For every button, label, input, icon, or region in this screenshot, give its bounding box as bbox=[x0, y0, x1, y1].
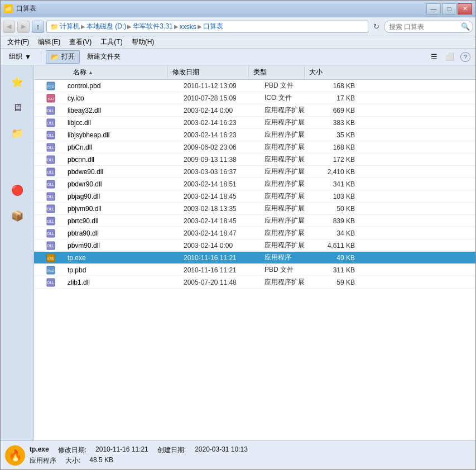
back-button[interactable]: ◀ bbox=[3, 21, 15, 33]
file-row[interactable]: DLL pbjvm90.dll 2003-02-18 13:35 应用程序扩展 … bbox=[34, 203, 475, 215]
sidebar-desktop[interactable]: 🖥 bbox=[6, 97, 28, 119]
breadcrumb-sep2: ▶ bbox=[127, 23, 132, 30]
svg-text:DLL: DLL bbox=[47, 170, 55, 174]
file-name: pbdwr90.dll bbox=[68, 180, 179, 188]
file-icon: DLL bbox=[46, 131, 55, 140]
col-header-type[interactable]: 类型 bbox=[249, 65, 305, 79]
col-header-name[interactable]: 名称 ▲ bbox=[34, 65, 168, 79]
organize-button[interactable]: 组织 ▼ bbox=[4, 50, 36, 64]
svg-text:DLL: DLL bbox=[47, 133, 55, 137]
statusbar-create-value: 2020-03-31 10:13 bbox=[195, 445, 248, 455]
breadcrumb-computer[interactable]: 计算机 bbox=[60, 22, 80, 31]
file-icon: DLL bbox=[46, 143, 55, 152]
file-name: tp.exe bbox=[68, 254, 179, 262]
file-type: PBD 文件 bbox=[260, 265, 316, 275]
forward-button[interactable]: ▶ bbox=[17, 21, 30, 33]
file-name: libjcc.dll bbox=[68, 119, 179, 127]
file-row[interactable]: DLL pbtra90.dll 2003-02-14 18:47 应用程序扩展 … bbox=[34, 227, 475, 239]
menu-edit[interactable]: 编辑(E) bbox=[33, 37, 65, 48]
file-date: 2003-02-14 0:00 bbox=[179, 107, 260, 114]
help-button[interactable]: ? bbox=[459, 50, 472, 64]
view-layout-button[interactable]: ☰ bbox=[427, 50, 441, 64]
titlebar-controls: — □ ✕ bbox=[426, 3, 472, 15]
restore-button[interactable]: □ bbox=[442, 3, 456, 15]
file-type: 应用程序扩展 bbox=[260, 216, 316, 226]
sidebar-favorites[interactable]: ⭐ bbox=[6, 71, 28, 93]
file-size: 17 KB bbox=[316, 94, 360, 102]
close-button[interactable]: ✕ bbox=[458, 3, 472, 15]
new-folder-button[interactable]: 新建文件夹 bbox=[82, 50, 126, 64]
search-input[interactable] bbox=[384, 21, 473, 33]
preview-pane-button[interactable]: ⬜ bbox=[443, 50, 456, 64]
col-header-size[interactable]: 大小 bbox=[305, 65, 349, 79]
sidebar-item-4[interactable]: 🔴 bbox=[6, 179, 28, 202]
folder-icon: 📁 bbox=[11, 127, 23, 140]
file-icon-cell: DLL bbox=[34, 229, 68, 238]
file-row[interactable]: ICO cy.ico 2010-07-28 15:09 ICO 文件 17 KB bbox=[34, 92, 475, 104]
open-label: 打开 bbox=[61, 52, 75, 61]
file-icon: DLL bbox=[46, 241, 55, 250]
file-row[interactable]: PBD control.pbd 2010-11-12 13:09 PBD 文件 … bbox=[34, 80, 475, 92]
file-icon-cell: DLL bbox=[34, 118, 68, 127]
file-date: 2010-11-16 11:21 bbox=[179, 266, 260, 274]
file-date: 2003-02-14 18:47 bbox=[179, 229, 260, 237]
organize-label: 组织 bbox=[9, 52, 22, 61]
menu-file[interactable]: 文件(F) bbox=[3, 37, 33, 48]
file-date: 2005-07-20 11:48 bbox=[179, 279, 260, 286]
breadcrumb-folder-icon[interactable]: 📁 bbox=[50, 23, 59, 31]
file-size: 59 KB bbox=[316, 279, 360, 286]
file-row[interactable]: DLL pbdwe90.dll 2003-03-03 16:37 应用程序扩展 … bbox=[34, 166, 475, 178]
file-type: 应用程序扩展 bbox=[260, 167, 316, 176]
file-row[interactable]: DLL pbrtc90.dll 2003-02-14 18:45 应用程序扩展 … bbox=[34, 215, 475, 227]
file-size: 50 KB bbox=[316, 205, 360, 213]
search-icon: 🔍 bbox=[461, 22, 470, 31]
file-list[interactable]: PBD control.pbd 2010-11-12 13:09 PBD 文件 … bbox=[34, 80, 475, 440]
file-row[interactable]: DLL pbCn.dll 2009-06-02 23:06 应用程序扩展 168… bbox=[34, 141, 475, 154]
file-row[interactable]: DLL libjsybheap.dll 2003-02-14 16:23 应用程… bbox=[34, 129, 475, 141]
open-button[interactable]: 📂 打开 bbox=[46, 50, 80, 64]
file-icon: DLL bbox=[46, 155, 55, 164]
addressbar: ◀ ▶ ↑ 📁 计算机 ▶ 本地磁盘 (D:) ▶ 华军软件3.31 ▶ xxs… bbox=[1, 17, 475, 36]
file-date: 2003-02-14 18:45 bbox=[179, 217, 260, 225]
minimize-button[interactable]: — bbox=[426, 3, 441, 15]
file-icon-cell: DLL bbox=[34, 106, 68, 115]
menu-help[interactable]: 帮助(H) bbox=[127, 37, 159, 48]
file-row[interactable]: PBD tp.pbd 2010-11-16 11:21 PBD 文件 311 K… bbox=[34, 264, 475, 276]
file-icon: DLL bbox=[46, 180, 55, 189]
menu-tools[interactable]: 工具(T) bbox=[96, 37, 127, 48]
col-header-date[interactable]: 修改日期 bbox=[168, 65, 249, 79]
sidebar-folder[interactable]: 📁 bbox=[6, 122, 28, 145]
sidebar-item-5[interactable]: 📦 bbox=[6, 205, 28, 227]
statusbar-line2: 应用程序 大小: 48.5 KB bbox=[30, 456, 248, 466]
statusbar-line1: tp.exe 修改日期: 2010-11-16 11:21 创建日期: 2020… bbox=[30, 445, 248, 455]
file-size: 168 KB bbox=[316, 82, 360, 90]
refresh-button[interactable]: ↻ bbox=[371, 21, 382, 33]
file-date: 2010-11-16 11:21 bbox=[179, 254, 260, 262]
file-row[interactable]: DLL libeay32.dll 2003-02-14 0:00 应用程序扩展 … bbox=[34, 104, 475, 117]
file-row[interactable]: DLL pbjag90.dll 2003-02-14 18:45 应用程序扩展 … bbox=[34, 190, 475, 203]
file-row[interactable]: DLL libjcc.dll 2003-02-14 16:23 应用程序扩展 3… bbox=[34, 117, 475, 129]
breadcrumb-dir3[interactable]: 口算表 bbox=[203, 22, 223, 31]
file-row[interactable]: EXE tp.exe 2010-11-16 11:21 应用程序 49 KB bbox=[34, 252, 475, 264]
file-type: PBD 文件 bbox=[260, 81, 316, 90]
file-row[interactable]: DLL pbvm90.dll 2003-02-14 0:00 应用程序扩展 4,… bbox=[34, 239, 475, 252]
breadcrumb-dir2[interactable]: xxsks bbox=[180, 23, 196, 31]
up-button[interactable]: ↑ bbox=[32, 21, 44, 33]
statusbar-info: tp.exe 修改日期: 2010-11-16 11:21 创建日期: 2020… bbox=[30, 445, 248, 466]
breadcrumb-disk[interactable]: 本地磁盘 (D:) bbox=[86, 22, 126, 31]
file-date: 2010-11-12 13:09 bbox=[179, 82, 260, 90]
file-date: 2010-07-28 15:09 bbox=[179, 94, 260, 102]
file-icon: PBD bbox=[46, 81, 55, 90]
file-type: 应用程序扩展 bbox=[260, 142, 316, 152]
file-row[interactable]: DLL pbdwr90.dll 2003-02-14 18:51 应用程序扩展 … bbox=[34, 178, 475, 190]
file-icon-cell: DLL bbox=[34, 167, 68, 176]
file-size: 4,611 KB bbox=[316, 242, 360, 250]
menu-view[interactable]: 查看(V) bbox=[65, 37, 96, 48]
file-row[interactable]: DLL zlib1.dll 2005-07-20 11:48 应用程序扩展 59… bbox=[34, 276, 475, 289]
file-name: pbjvm90.dll bbox=[68, 205, 179, 213]
svg-text:PBD: PBD bbox=[47, 269, 55, 272]
breadcrumb-dir1[interactable]: 华军软件3.31 bbox=[133, 22, 172, 31]
toolbar: 组织 ▼ 📂 打开 新建文件夹 ☰ ⬜ ? bbox=[1, 49, 475, 65]
file-name: pbcnn.dll bbox=[68, 156, 179, 164]
file-row[interactable]: DLL pbcnn.dll 2009-09-13 11:38 应用程序扩展 17… bbox=[34, 154, 475, 166]
